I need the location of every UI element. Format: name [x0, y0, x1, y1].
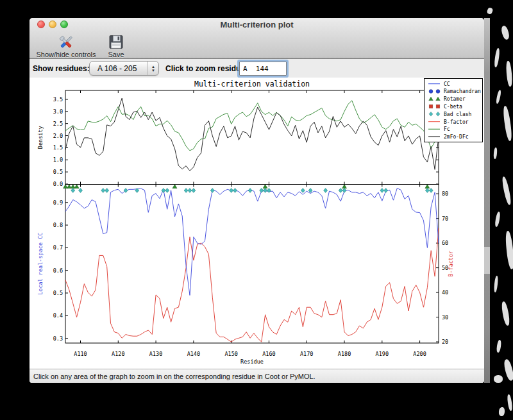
top-plot: [65, 90, 439, 185]
cc-tick-label: 0.6: [53, 267, 63, 274]
legend-label: CC: [444, 81, 450, 87]
bfactor-tick-label: 30: [442, 314, 448, 321]
legend-label: C-beta: [444, 104, 462, 110]
background-artifact: [505, 61, 512, 87]
legend: CCRamachandranRotamerC-betaBad clashB-fa…: [425, 79, 483, 142]
background-artifact: [494, 375, 503, 383]
x-tick-label: A120: [112, 351, 124, 357]
cc-axis-label: Local real-space CC: [37, 233, 44, 295]
bfactor-tick-label: 70: [442, 215, 448, 222]
app-window: Multi-criterion plot: [29, 18, 484, 383]
bfactor-tick-label: 80: [442, 190, 448, 197]
density-tick-label: 0.0: [53, 181, 63, 187]
background-artifact: [503, 358, 513, 382]
bad-clash-markers: [71, 189, 433, 193]
density-tick-label: 2.0: [53, 133, 63, 139]
background-artifact: [502, 106, 513, 142]
plot-figure[interactable]: Multi-criterion validationA110A120A130A1…: [29, 78, 484, 369]
plot-title: Multi-criterion validation: [194, 80, 310, 88]
background-scrollbar-thumb: [484, 247, 490, 274]
2mfo-dfc-line: [65, 98, 439, 171]
density-tick-label: 3.5: [53, 96, 63, 103]
background-window-strip: [484, 18, 490, 383]
window-chrome: Multi-criterion plot: [29, 18, 484, 59]
x-tick-label: A140: [187, 351, 200, 357]
background-artifact: [493, 147, 498, 159]
controls-bar: Show residues: A 106 - 205 ▲▼ Click to z…: [29, 59, 484, 78]
status-bar: Click on any area of the graph to zoom i…: [29, 369, 484, 383]
legend-label: Ramachandran: [444, 88, 481, 94]
window-title: Multi-criterion plot: [29, 20, 484, 29]
density-axis-label: Density: [37, 126, 44, 149]
legend-label: 2mFo-DFc: [444, 134, 469, 140]
bottom-plot: [65, 185, 439, 344]
background-artifact: [487, 7, 494, 15]
bfactor-tick-label: 60: [442, 240, 448, 246]
show-residues-select[interactable]: A 106 - 205 ▲▼: [89, 61, 159, 76]
show-residues-value: A 106 - 205: [90, 64, 147, 73]
stepper-arrows-icon: ▲▼: [147, 62, 158, 75]
background-artifact: [494, 212, 501, 228]
legend-label: B-factor: [444, 119, 469, 125]
density-tick-label: 3.0: [53, 108, 63, 115]
zoom-residue-label: Click to zoom residue:: [165, 64, 248, 73]
save-button[interactable]: Save: [101, 33, 131, 59]
x-tick-label: A190: [376, 351, 389, 357]
show-hide-controls-button[interactable]: Show/hide controls: [31, 33, 101, 59]
cc-tick-label: 0.8: [53, 222, 63, 228]
background-artifact: [505, 231, 513, 270]
toolbar: Show/hide controls Save: [29, 32, 484, 59]
background-artifact: [498, 407, 505, 417]
background-artifact: [496, 340, 502, 353]
save-label: Save: [108, 51, 124, 58]
title-bar[interactable]: Multi-criterion plot: [29, 18, 484, 32]
cc-tick-label: 0.4: [53, 312, 63, 319]
x-tick-label: A160: [262, 351, 275, 357]
tools-icon: [57, 33, 75, 51]
density-tick-label: 2.5: [53, 121, 63, 127]
bfactor-tick-label: 40: [442, 289, 448, 296]
x-axis-label: Residue: [240, 358, 264, 365]
density-tick-label: 1.5: [53, 144, 63, 151]
background-artifact: [507, 394, 513, 412]
x-tick-label: A150: [224, 351, 237, 357]
x-tick-label: A200: [413, 351, 426, 357]
bfactor-tick-label: 20: [442, 339, 448, 345]
background-artifact: [494, 276, 499, 292]
legend-label: Rotamer: [444, 96, 466, 102]
fc-line: [65, 101, 439, 151]
background-artifact: [494, 48, 500, 68]
background-artifact: [501, 176, 512, 206]
zoom-residue-input[interactable]: [239, 62, 287, 76]
x-tick-label: A180: [338, 351, 351, 357]
background-artifact: [496, 90, 501, 105]
legend-label: Fc: [444, 126, 450, 132]
save-icon: [108, 33, 124, 51]
cc-line: [65, 189, 439, 296]
x-tick-label: A130: [149, 351, 162, 357]
x-tick-label: A110: [74, 351, 87, 357]
cc-tick-label: 0.3: [53, 335, 63, 342]
bfactor-line: [65, 228, 439, 342]
cc-tick-label: 0.7: [53, 244, 63, 251]
background-artifact: [500, 25, 510, 40]
show-residues-label: Show residues:: [33, 64, 90, 73]
x-tick-label: A170: [300, 351, 313, 357]
show-hide-controls-label: Show/hide controls: [37, 51, 96, 58]
background-artifact: [501, 301, 510, 326]
density-tick-label: 1.0: [53, 156, 63, 163]
density-tick-label: 0.5: [53, 169, 63, 175]
cc-tick-label: 0.9: [53, 199, 63, 206]
bfactor-axis-label: B-factor: [448, 251, 454, 277]
status-text: Click on any area of the graph to zoom i…: [29, 373, 315, 380]
legend-label: Bad clash: [444, 112, 472, 117]
cc-tick-label: 0.5: [53, 290, 63, 296]
